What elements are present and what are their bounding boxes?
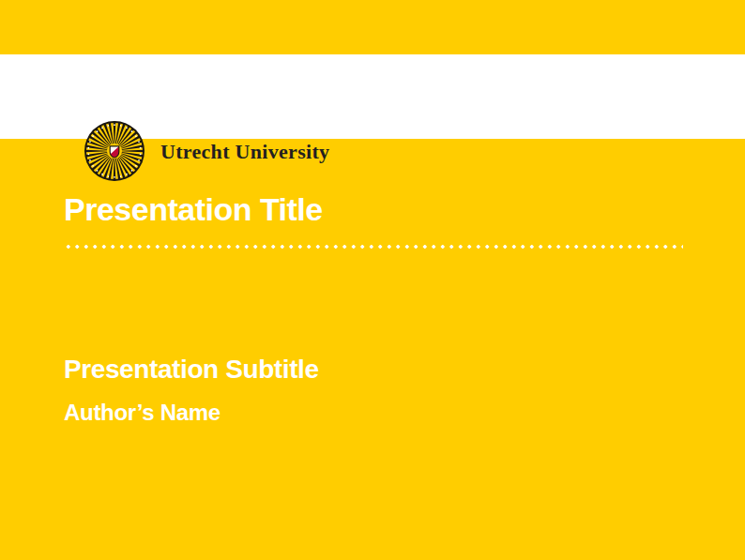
university-wordmark: Utrecht University [160,138,329,164]
utrecht-sun-seal-icon [84,121,144,181]
header-band: Utrecht University [0,54,745,139]
utrecht-shield-icon [110,146,119,158]
author-name: Author’s Name [64,399,220,427]
dotted-divider-line [64,244,683,250]
presentation-subtitle: Presentation Subtitle [64,353,319,386]
presentation-title: Presentation Title [64,190,323,229]
title-slide: Utrecht University Presentation Title Pr… [0,0,745,560]
university-logo: Utrecht University [84,121,329,181]
